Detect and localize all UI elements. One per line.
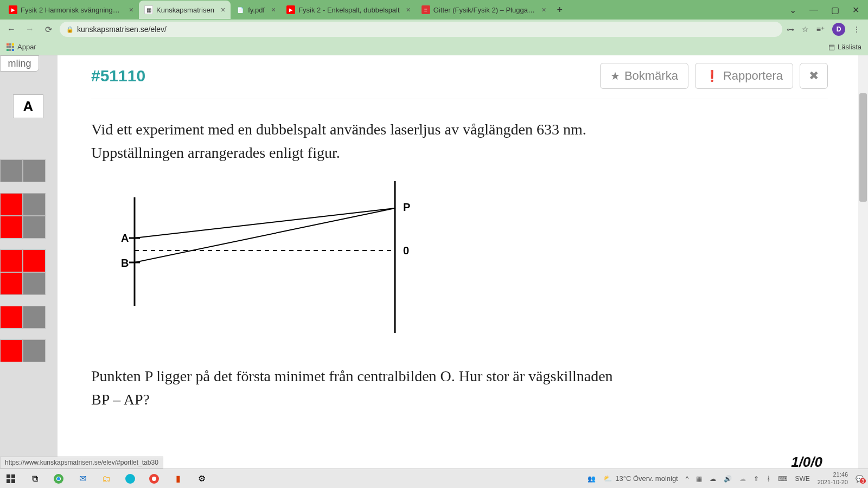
chrome-alt-icon[interactable] <box>148 472 161 485</box>
onedrive-sync-icon[interactable]: ☁ <box>739 475 746 483</box>
question-id: #51110 <box>91 67 145 85</box>
reading-list-link[interactable]: ▤Läslista <box>828 43 861 51</box>
list-icon: ▤ <box>828 43 835 51</box>
km-icon: ▦ <box>144 5 153 14</box>
menu-icon[interactable]: ⋮ <box>853 25 860 34</box>
onedrive-icon[interactable]: ☁ <box>710 475 716 483</box>
progress-grid <box>0 159 46 362</box>
cell[interactable] <box>0 249 23 272</box>
cell[interactable] <box>0 193 23 216</box>
apps-label: Appar <box>17 43 36 51</box>
office-icon[interactable]: ▮ <box>171 472 184 485</box>
new-tab-button[interactable]: + <box>552 4 568 16</box>
report-button[interactable]: ❗Rapportera <box>695 63 793 89</box>
cell[interactable] <box>0 306 23 329</box>
svg-rect-13 <box>7 479 10 483</box>
weather-icon: ⛅ <box>603 474 612 483</box>
wifi-icon[interactable]: ⇑ <box>754 475 759 483</box>
pluggakuten-icon: ≡ <box>422 5 430 14</box>
tab-5[interactable]: ≡Gitter (Fysik/Fysik 2) – Pluggakut× <box>416 1 552 19</box>
bookmark-button[interactable]: ★Bokmärka <box>600 63 688 89</box>
language-indicator[interactable]: SWE <box>795 475 809 483</box>
tab-1[interactable]: ▶Fysik 2 Harmonisk svängningsrör× <box>3 1 139 19</box>
reload-button[interactable]: ⟳ <box>41 22 55 36</box>
tab-4[interactable]: ▶Fysik 2 - Enkelspalt, dubbelspalt× <box>281 1 416 19</box>
forward-button[interactable]: → <box>23 22 37 36</box>
cell[interactable] <box>23 249 46 272</box>
cell[interactable] <box>23 272 46 295</box>
svg-text:A: A <box>121 232 129 244</box>
cell[interactable] <box>23 216 46 239</box>
password-key-icon[interactable]: ⊶ <box>787 25 794 34</box>
close-button[interactable]: ✖ <box>800 63 828 89</box>
pdf-icon: 📄 <box>236 5 245 14</box>
bluetooth-icon[interactable]: ᚼ <box>767 475 770 483</box>
cell[interactable] <box>0 159 23 182</box>
scrollbar-thumb[interactable] <box>859 93 867 202</box>
back-button[interactable]: ← <box>4 22 18 36</box>
url-text: kunskapsmatrisen.se/elev/ <box>77 25 167 34</box>
svg-rect-12 <box>11 474 15 478</box>
cell[interactable] <box>23 193 46 216</box>
close-window-icon[interactable]: ✕ <box>852 5 859 15</box>
tab-label: Kunskapsmatrisen <box>156 6 214 14</box>
apps-grid-icon <box>7 43 14 51</box>
keyboard-icon[interactable]: ⌨ <box>778 475 787 483</box>
tab-3[interactable]: 📄fy.pdf× <box>231 1 281 19</box>
close-icon[interactable]: × <box>126 5 133 14</box>
svg-point-20 <box>152 477 156 481</box>
tab-label: fy.pdf <box>248 6 265 14</box>
minimize-icon[interactable]: — <box>809 5 818 15</box>
cell[interactable] <box>0 272 23 295</box>
start-button[interactable] <box>4 472 17 485</box>
star-icon[interactable]: ☆ <box>802 25 809 34</box>
task-view-icon[interactable]: ⧉ <box>28 472 41 485</box>
star-icon: ★ <box>610 69 620 82</box>
question-paragraph-1: Vid ett experiment med en dubbelspalt an… <box>91 118 623 165</box>
cell[interactable] <box>23 339 46 362</box>
svg-rect-14 <box>11 479 15 483</box>
bookmarks-bar: Appar ▤Läslista <box>0 39 868 55</box>
volume-icon[interactable]: 🔊 <box>724 475 732 483</box>
svg-text:0: 0 <box>403 245 409 256</box>
lock-icon: 🔒 <box>66 26 74 33</box>
youtube-icon: ▶ <box>9 5 17 14</box>
apps-shortcut[interactable]: Appar <box>7 43 36 51</box>
tab-label: Fysik 2 - Enkelspalt, dubbelspalt <box>298 6 399 14</box>
chevron-up-tray-icon[interactable]: ^ <box>686 475 689 483</box>
tab-2-active[interactable]: ▦Kunskapsmatrisen× <box>139 1 231 19</box>
edge-icon[interactable] <box>124 472 137 485</box>
address-bar: ← → ⟳ 🔒kunskapsmatrisen.se/elev/ ⊶ ☆ ≡⁺ … <box>0 20 868 39</box>
svg-text:B: B <box>121 257 129 269</box>
meet-now-icon[interactable]: ▦ <box>696 475 702 483</box>
people-icon[interactable]: 👥 <box>588 475 596 483</box>
chrome-icon[interactable] <box>52 472 65 485</box>
browser-tab-strip: ▶Fysik 2 Harmonisk svängningsrör× ▦Kunsk… <box>0 0 868 20</box>
settings-icon[interactable]: ⚙ <box>195 472 208 485</box>
cell[interactable] <box>23 306 46 329</box>
clock[interactable]: 21:462021-10-20 <box>818 471 848 485</box>
explorer-icon[interactable]: 🗂 <box>100 472 113 485</box>
cell[interactable] <box>23 159 46 182</box>
window-controls: ⌄ — ▢ ✕ <box>789 5 865 15</box>
close-icon[interactable]: × <box>218 5 225 14</box>
cell[interactable] <box>0 216 23 239</box>
svg-point-18 <box>125 474 135 484</box>
close-icon[interactable]: × <box>539 5 546 14</box>
maximize-icon[interactable]: ▢ <box>831 5 839 15</box>
mail-icon[interactable]: ✉ <box>76 472 89 485</box>
notifications-icon[interactable]: 💬3 <box>856 475 864 483</box>
close-icon[interactable]: × <box>268 5 276 14</box>
vertical-scrollbar[interactable] <box>858 55 868 468</box>
url-input[interactable]: 🔒kunskapsmatrisen.se/elev/ <box>60 22 782 37</box>
profile-avatar[interactable]: D <box>832 23 845 36</box>
weather-widget[interactable]: ⛅13°C Överv. molnigt <box>603 474 678 483</box>
alert-icon: ❗ <box>705 69 719 82</box>
chevron-down-icon[interactable]: ⌄ <box>789 5 796 15</box>
cell[interactable] <box>0 339 23 362</box>
close-icon[interactable]: × <box>403 5 411 14</box>
tab-label: Gitter (Fysik/Fysik 2) – Pluggakut <box>433 6 535 14</box>
x-icon: ✖ <box>809 69 819 83</box>
reading-list-icon[interactable]: ≡⁺ <box>816 25 825 34</box>
question-score-footer: 1/0/0 <box>791 454 822 468</box>
